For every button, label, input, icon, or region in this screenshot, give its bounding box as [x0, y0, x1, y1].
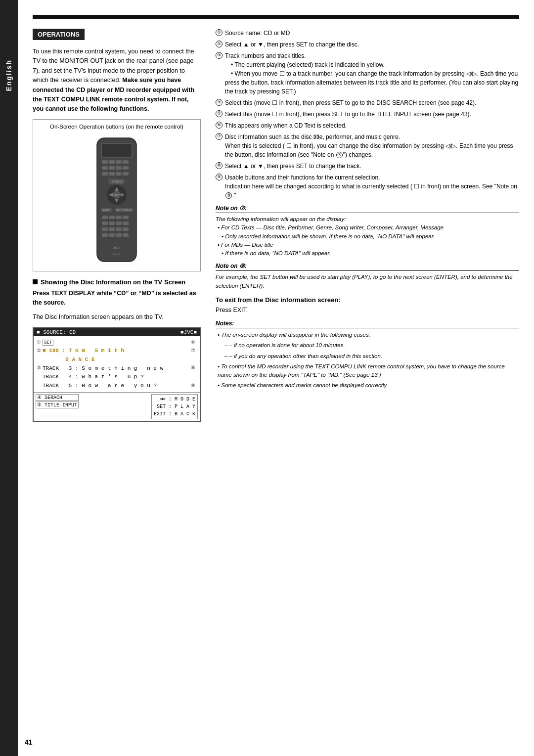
onscreen-label: On-Screen Operation buttons (on the remo… [38, 124, 195, 130]
screen-row-2: ② ■ 196 : T o m S m i t h ⑦ [37, 347, 197, 356]
intro-paragraph-1: To use this remote control system, you n… [33, 47, 201, 114]
note7-body: The following information will appear on… [216, 215, 519, 258]
svg-rect-13 [116, 172, 122, 176]
note7-item-3: For MDs — Disc title [218, 241, 519, 249]
notes-item-2: To control the MD recorder using the TEX… [218, 362, 519, 380]
svg-rect-5 [116, 160, 122, 164]
list-item-7: ⑦ Disc information such as the disc titl… [216, 133, 519, 159]
page-number: 41 [25, 738, 33, 746]
notes-dash-2: – if you do any operation other than exp… [218, 352, 519, 360]
screen-top-bar: ■ SOURCE: CD ■JVC■ [34, 328, 200, 336]
operations-heading: OPERATIONS [33, 29, 85, 40]
black-square-icon [33, 279, 38, 284]
svg-rect-29 [109, 216, 115, 219]
remote-svg: MENU SET [87, 135, 146, 264]
svg-rect-9 [116, 166, 122, 170]
svg-rect-30 [116, 216, 122, 219]
item-7-text: Disc information such as the disc title,… [225, 133, 519, 159]
right-column: ① Source name: CD or MD ② Select ▲ or ▼,… [216, 29, 519, 392]
press-exit-text: Press EXIT. [216, 306, 519, 315]
screen-row-dance: D A N C E [37, 356, 197, 364]
disc-info-text: The Disc Information screen appears on t… [33, 312, 201, 322]
screen-row-1: ① SET ⑥ [37, 338, 197, 347]
onscreen-operation-box: On-Screen Operation buttons (on the remo… [33, 119, 201, 271]
item-3-text: Track numbers and track titles. The curr… [225, 51, 519, 96]
svg-rect-10 [123, 166, 129, 170]
screen-bottom-left: ④ SERACH ⑤ TITLE INPUT [36, 394, 79, 419]
item-4-text: Select this (move ☐ in front), then pres… [225, 98, 476, 107]
svg-rect-34 [116, 222, 122, 225]
svg-rect-42 [116, 233, 122, 237]
list-item-2: ② Select ▲ or ▼, then press SET to chang… [216, 40, 519, 49]
svg-rect-38 [116, 227, 122, 231]
note-box-7: Note on ⑦: The following information wil… [216, 205, 519, 258]
section-heading-text: Showing the Disc Information on the TV S… [41, 278, 185, 286]
item-2-text: Select ▲ or ▼, then press SET to change … [225, 40, 359, 49]
two-col-layout: OPERATIONS To use this remote control sy… [33, 29, 519, 427]
screen-source: ■ SOURCE: CD [37, 329, 76, 335]
notes-list: The on-screen display will disappear in … [216, 331, 519, 390]
note-box-9: Note on ⑨: For example, the SET button w… [216, 263, 519, 290]
svg-text:JVC: JVC [113, 246, 120, 250]
main-content: OPERATIONS To use this remote control sy… [18, 0, 534, 446]
item-8-text: Select ▲ or ▼, then press SET to change … [225, 162, 361, 171]
svg-rect-40 [102, 233, 108, 237]
screen-row-3: ③ TRACK 3 : S o m e t h i n g n e w ⑧ [37, 364, 197, 373]
svg-rect-3 [102, 160, 108, 164]
svg-rect-39 [123, 227, 129, 231]
svg-rect-36 [102, 227, 108, 231]
notes-item-3: Some special characters and marks cannot… [218, 381, 519, 390]
numbered-list: ① Source name: CD or MD ② Select ▲ or ▼,… [216, 29, 519, 200]
to-exit-heading: To exit from the Disc information screen… [216, 296, 519, 304]
item-5-text: Select this (move ☐ in front), then pres… [225, 110, 471, 119]
screen-bottom-right: ⊲⊳ : M O D E SET : P L A Y EXIT : B A C … [151, 394, 198, 419]
press-text: Press TEXT DISPLAY while “CD” or “MD” is… [33, 289, 201, 308]
svg-rect-11 [102, 172, 108, 176]
left-column: OPERATIONS To use this remote control sy… [33, 29, 201, 427]
svg-rect-12 [109, 172, 115, 176]
section-heading-disc-info: Showing the Disc Information on the TV S… [33, 278, 201, 286]
svg-rect-6 [123, 160, 129, 164]
list-item-6: ⑥ This appears only when a CD Text is se… [216, 121, 519, 130]
list-item-1: ① Source name: CD or MD [216, 29, 519, 38]
svg-rect-14 [123, 172, 129, 176]
notes-title: Notes: [216, 320, 519, 328]
notes-item-1: The on-screen display will disappear in … [218, 331, 519, 339]
notes-dash-1: – if no operation is done for about 10 m… [218, 341, 519, 350]
svg-text:SET: SET [114, 194, 120, 197]
svg-rect-37 [109, 227, 115, 231]
item-1-text: Source name: CD or MD [225, 29, 290, 38]
screen-bottom: ④ SERACH ⑤ TITLE INPUT ⊲⊳ : M O D E SET … [34, 392, 200, 421]
screen-body: ① SET ⑥ ② ■ 196 : T o m S m i t h ⑦ [34, 336, 200, 393]
svg-rect-32 [102, 222, 108, 225]
screen-row-5: TRACK 5 : H o w a r e y o u ? ⑨ [37, 382, 197, 391]
note7-item-1: For CD Texts — Disc title, Performer, Ge… [218, 223, 519, 232]
note7-item-2: Only recorded information will be shown.… [218, 232, 519, 241]
list-item-3: ③ Track numbers and track titles. The cu… [216, 51, 519, 96]
note7-item-4: If there is no data, "NO DATA" will appe… [218, 249, 519, 258]
remote-illustration: MENU SET [38, 133, 195, 267]
svg-text:TEXT DISPLAY: TEXT DISPLAY [116, 209, 133, 212]
svg-rect-7 [102, 166, 108, 170]
svg-rect-33 [109, 222, 115, 225]
sidebar-label: English [5, 59, 13, 91]
svg-rect-2 [102, 144, 132, 157]
svg-text:EXIT: EXIT [103, 209, 110, 212]
svg-rect-35 [123, 222, 129, 225]
notes-section: Notes: The on-screen display will disapp… [216, 320, 519, 390]
note7-title: Note on ⑦: [216, 205, 519, 213]
item-6-text: This appears only when a CD Text is sele… [225, 121, 347, 130]
item-9-text: Usable buttons and their functions for t… [225, 173, 519, 200]
note9-title: Note on ⑨: [216, 263, 519, 271]
list-item-4: ④ Select this (move ☐ in front), then pr… [216, 98, 519, 107]
top-bar [33, 15, 519, 19]
note9-body: For example, the SET button will be used… [216, 273, 519, 290]
svg-rect-4 [109, 160, 115, 164]
screen-brand: ■JVC■ [180, 329, 197, 335]
svg-rect-41 [109, 233, 115, 237]
svg-text:MARC: MARC [112, 253, 121, 256]
list-item-5: ⑤ Select this (move ☐ in front), then pr… [216, 110, 519, 119]
svg-text:MENU: MENU [112, 180, 122, 183]
list-item-8: ⑧ Select ▲ or ▼, then press SET to chang… [216, 162, 519, 171]
svg-rect-31 [123, 216, 129, 219]
